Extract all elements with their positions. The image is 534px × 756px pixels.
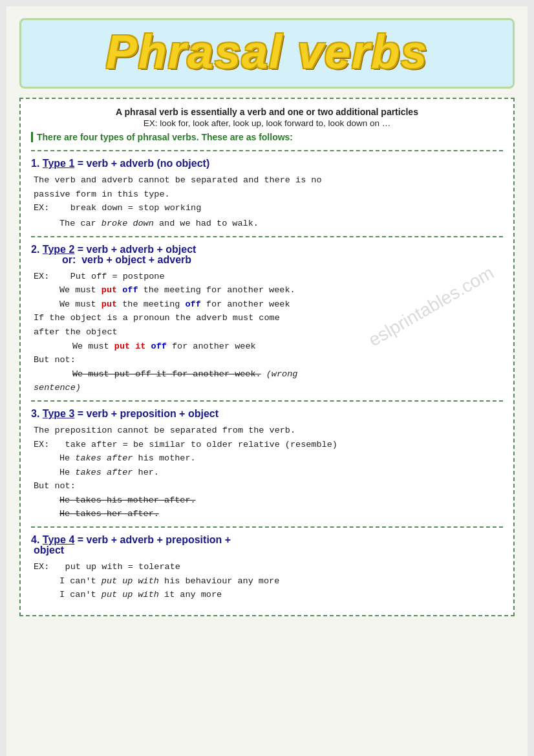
type4-put-up-with2: put up with — [101, 590, 159, 599]
type1-label: Type 1 — [43, 158, 75, 169]
type2-number: 2. — [31, 244, 43, 255]
type4-formula: = verb + adverb + preposition + — [74, 534, 231, 545]
type4-object: object — [34, 545, 64, 556]
type4-formula2-line: object — [31, 545, 503, 556]
type4-sent2: I can't put up with it any more — [34, 588, 503, 602]
type3-takes-after1: takes after — [75, 453, 133, 463]
type2-rule2: after the object — [34, 325, 503, 340]
type3-sent2: He takes after her. — [34, 466, 503, 480]
type2-wrong-label: (wrong — [266, 369, 298, 379]
intro-bold: A phrasal verb is essentially a verb and… — [31, 107, 503, 117]
type4-body: EX: put up with = tolerate I can't put u… — [31, 560, 503, 602]
type2-label: Type 2 — [43, 244, 75, 255]
type4-label: Type 4 — [43, 534, 75, 545]
type4-sent1: I can't put up with his behaviour any mo… — [34, 574, 503, 589]
type2-section: 2. Type 2 = verb + adverb + object or: v… — [31, 236, 503, 400]
type2-put2: put — [101, 299, 117, 309]
type2-body: EX: Put off = postpone We must put off t… — [31, 270, 503, 395]
content-box: A phrasal verb is essentially a verb and… — [19, 98, 515, 616]
type2-putoff-def: Put off = postpone — [70, 272, 165, 281]
type4-number: 4. — [31, 534, 43, 545]
type1-section: 1. Type 1 = verb + adverb (no object) Th… — [31, 150, 503, 235]
type2-off2: off — [185, 299, 200, 309]
type3-strike2: He takes her after. — [59, 509, 159, 519]
type1-line1: The verb and adverb cannot be separated … — [34, 173, 503, 188]
type4-ex: EX: put up with = tolerate — [34, 560, 503, 574]
type1-line2: passive form in this type. — [34, 188, 503, 202]
title-box: Phrasal verbs — [19, 18, 515, 89]
type2-sent2: We must put the meeting off for another … — [34, 297, 503, 312]
intro-types: There are four types of phrasal verbs. T… — [31, 132, 503, 142]
type2-wrong-sent: We must put off it for another week. (wr… — [34, 367, 503, 382]
type2-off3: off — [151, 341, 167, 351]
type2-put3: put — [114, 341, 130, 351]
type2-strikethrough: We must put off it for another week. — [72, 369, 261, 379]
type3-wrong1: He takes his mother after. — [34, 493, 503, 508]
type1-body: The verb and adverb cannot be separated … — [31, 173, 503, 230]
type3-ex: EX: take after = be similar to older rel… — [34, 438, 503, 452]
type2-off1: off — [122, 285, 138, 295]
type1-example-sentence: The car broke down and we had to walk. — [34, 217, 503, 231]
type3-strike1: He takes his mother after. — [59, 495, 196, 505]
type1-ex-label: EX: break down = stop working — [34, 201, 503, 215]
type2-it: it — [135, 341, 145, 351]
type2-sent1: We must put off the meeting for another … — [34, 283, 503, 297]
type3-but-not: But not: — [34, 479, 503, 493]
type2-wrong-label2: sentence) — [34, 381, 503, 395]
type3-title: 3. Type 3 = verb + preposition + object — [31, 408, 503, 420]
type1-broke-down: broke down — [101, 219, 154, 228]
type3-takes-after2: takes after — [75, 468, 133, 477]
type1-number: 1. — [31, 158, 43, 169]
type2-sentence-label: sentence) — [34, 383, 81, 393]
type4-put-up-with1: put up with — [101, 576, 159, 586]
type1-title: 1. Type 1 = verb + adverb (no object) — [31, 158, 503, 169]
type1-formula: = verb + adverb (no object) — [74, 158, 209, 169]
type2-rule: If the object is a pronoun the adverb mu… — [34, 311, 503, 325]
intro-ex: EX: look for, look after, look up, look … — [31, 118, 503, 128]
type3-section: 3. Type 3 = verb + preposition + object … — [31, 400, 503, 526]
type4-section: 4. Type 4 = verb + adverb + preposition … — [31, 526, 503, 607]
type3-formula: = verb + preposition + object — [74, 408, 219, 419]
type3-rule: The preposition cannot be separated from… — [34, 424, 503, 438]
type3-body: The preposition cannot be separated from… — [31, 424, 503, 521]
type2-or: or: verb + object + adverb — [62, 254, 191, 265]
type3-sent1: He takes after his mother. — [34, 451, 503, 466]
type2-but-not: But not: — [34, 353, 503, 367]
type3-number: 3. — [31, 408, 43, 419]
type2-ex-label: EX: Put off = postpone — [34, 270, 503, 284]
type2-sent3: We must put it off for another week — [34, 340, 503, 354]
type3-label: Type 3 — [43, 408, 75, 419]
page: eslprintables.com Phrasal verbs A phrasa… — [6, 6, 528, 756]
page-title: Phrasal verbs — [32, 27, 502, 78]
type2-put1: put — [101, 285, 117, 295]
type3-wrong2: He takes her after. — [34, 507, 503, 521]
type1-sentence: The car broke down and we had to walk. — [34, 217, 259, 231]
type2-formula2-line: or: verb + object + adverb — [31, 254, 503, 266]
type2-formula: = verb + adverb + object — [74, 244, 196, 255]
